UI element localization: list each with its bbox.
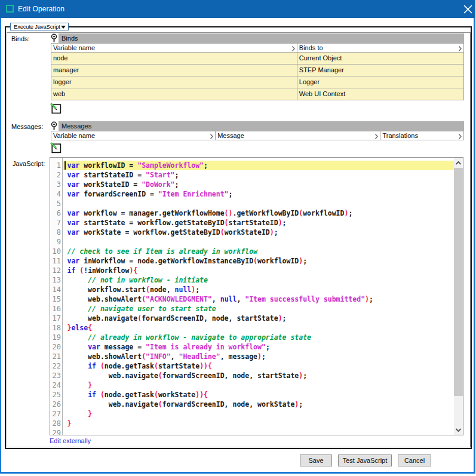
code-line[interactable]: if (node.getTask(workState)){ xyxy=(63,390,454,400)
line-number: 4 xyxy=(50,189,62,199)
bind-target-cell[interactable]: Web UI Context xyxy=(297,88,463,100)
edit-externally-link[interactable]: Edit externally xyxy=(50,437,91,444)
code-token: ) xyxy=(278,219,282,227)
code-line[interactable]: if (node.getTask(startState)){ xyxy=(63,361,454,371)
column-chevron-icon[interactable] xyxy=(459,134,462,139)
bind-variable-cell[interactable]: node xyxy=(51,53,297,64)
editor-scrollbar[interactable] xyxy=(454,158,463,435)
messages-group-header[interactable]: Messages xyxy=(59,121,464,131)
operation-type-select[interactable]: Execute JavaScript xyxy=(10,23,69,30)
line-number: 29 xyxy=(50,428,62,435)
code-line[interactable]: var message = "Item is already in workfl… xyxy=(63,342,454,352)
code-line[interactable]: var startState = workflow.getStateByID(s… xyxy=(63,218,454,228)
code-token xyxy=(67,305,88,313)
close-button[interactable] xyxy=(460,2,475,16)
save-button[interactable]: Save xyxy=(300,454,332,466)
code-line[interactable] xyxy=(63,428,454,435)
column-chevron-icon[interactable] xyxy=(375,134,378,139)
code-token xyxy=(67,343,88,351)
code-token: if xyxy=(67,266,76,275)
bind-row[interactable]: webWeb UI Context xyxy=(51,88,464,100)
line-number: 2 xyxy=(50,170,62,180)
column-header[interactable]: Binds to xyxy=(297,44,463,52)
bind-row[interactable]: nodeCurrent Object xyxy=(51,53,464,65)
code-token: , xyxy=(237,295,245,303)
code-line[interactable]: // already in workflow - navigate to app… xyxy=(63,333,454,342)
code-token: "DoWork" xyxy=(142,180,174,189)
scroll-down-button[interactable] xyxy=(454,425,463,435)
column-header-label: Translations xyxy=(382,132,418,139)
bind-row[interactable]: loggerLogger xyxy=(51,76,464,88)
code-line[interactable]: workflow.start(node, null); xyxy=(63,285,454,294)
code-line[interactable]: } xyxy=(63,409,454,419)
binds-edit-rows-button[interactable] xyxy=(50,103,62,114)
code-token xyxy=(96,362,100,370)
code-line[interactable]: if (!inWorkflow){ xyxy=(63,266,454,275)
line-number: 8 xyxy=(50,228,62,237)
code-line[interactable]: } xyxy=(63,380,454,390)
code-line[interactable]: var workflow = manager.getWorkflowHome()… xyxy=(63,208,454,218)
bind-target-cell[interactable]: STEP Manager xyxy=(297,65,463,76)
scroll-up-button[interactable] xyxy=(454,158,463,168)
code-token: message = xyxy=(100,343,146,351)
bind-row[interactable]: managerSTEP Manager xyxy=(51,65,464,76)
code-token: var xyxy=(67,257,80,265)
binds-group-header[interactable]: Binds xyxy=(59,33,464,43)
code-line[interactable] xyxy=(63,237,454,247)
bind-target-cell[interactable]: Current Object xyxy=(297,53,463,64)
column-chevron-icon[interactable] xyxy=(292,46,295,51)
messages-table-header: Variable nameMessageTranslations xyxy=(51,131,464,140)
code-token: forwardScreenID, node, workState xyxy=(162,400,295,409)
window-border-left xyxy=(0,18,1,474)
code-line[interactable]: var workState = workflow.getStateByID(wo… xyxy=(63,228,454,237)
binds-table-header: Variable nameBinds to xyxy=(51,43,464,53)
close-icon xyxy=(463,5,472,14)
code-line[interactable]: var startStateID = "Start"; xyxy=(63,170,454,180)
column-header[interactable]: Variable name xyxy=(51,131,215,140)
bind-target-cell[interactable]: Logger xyxy=(297,76,463,88)
code-line[interactable]: // navigate user to start state xyxy=(63,304,454,314)
code-line[interactable]: // not in workflow - initiate xyxy=(63,275,454,285)
column-header[interactable]: Translations xyxy=(380,131,463,140)
title-bar[interactable]: Edit Operation xyxy=(0,0,475,18)
code-line[interactable]: }else{ xyxy=(63,323,454,333)
code-token: startState = workflow.getStateByID xyxy=(79,219,224,227)
code-line[interactable]: var workStateID = "DoWork"; xyxy=(63,180,454,189)
code-line[interactable]: } xyxy=(63,419,454,428)
code-line[interactable] xyxy=(63,199,454,208)
code-token: ( xyxy=(225,219,229,227)
cancel-button[interactable]: Cancel xyxy=(398,454,431,466)
javascript-editor: 1234567891011121314151617181920212223242… xyxy=(50,157,463,435)
test-javascript-button[interactable]: Test JavaScript xyxy=(338,454,392,466)
code-line[interactable]: web.navigate(forwardScreenID, node, star… xyxy=(63,371,454,380)
code-token: } xyxy=(67,419,72,428)
code-line[interactable]: web.navigate(forwardScreenID, node, star… xyxy=(63,314,454,323)
line-number: 3 xyxy=(50,180,62,189)
window-title: Edit Operation xyxy=(18,0,65,18)
column-header[interactable]: Variable name xyxy=(51,44,297,52)
code-token xyxy=(67,333,88,342)
code-token: ; xyxy=(262,352,266,361)
column-header[interactable]: Message xyxy=(215,131,380,140)
code-line[interactable]: var inWorkflow = node.getWorkflowInstanc… xyxy=(63,256,454,266)
column-chevron-icon[interactable] xyxy=(459,46,462,51)
code-line[interactable]: // check to see if Item is already in wo… xyxy=(63,247,454,256)
code-line[interactable]: var workflowID = "SampleWorkflow"; xyxy=(63,161,454,170)
line-number: 18 xyxy=(50,323,62,333)
messages-edit-rows-button[interactable] xyxy=(50,142,62,153)
code-line[interactable]: web.navigate(forwardScreenID, node, work… xyxy=(63,400,454,409)
bind-variable-cell[interactable]: logger xyxy=(51,76,297,88)
scrollbar-thumb[interactable] xyxy=(454,168,463,396)
column-chevron-icon[interactable] xyxy=(210,134,213,139)
code-token: ( xyxy=(158,400,162,409)
code-line[interactable]: var forwardScreenID = "Item Enrichment"; xyxy=(63,189,454,199)
code-line[interactable]: web.showAlert("INFO", "Headline", messag… xyxy=(63,352,454,361)
code-line[interactable]: web.showAlert("ACKNOWLEDGMENT", null, "I… xyxy=(63,294,454,304)
line-number: 12 xyxy=(50,266,62,275)
code-token: else xyxy=(71,324,88,332)
code-area[interactable]: var workflowID = "SampleWorkflow";var st… xyxy=(63,158,454,435)
code-token: ; xyxy=(299,400,303,409)
bind-variable-cell[interactable]: manager xyxy=(51,65,297,76)
code-token: } xyxy=(88,381,92,389)
bind-variable-cell[interactable]: web xyxy=(51,88,297,100)
